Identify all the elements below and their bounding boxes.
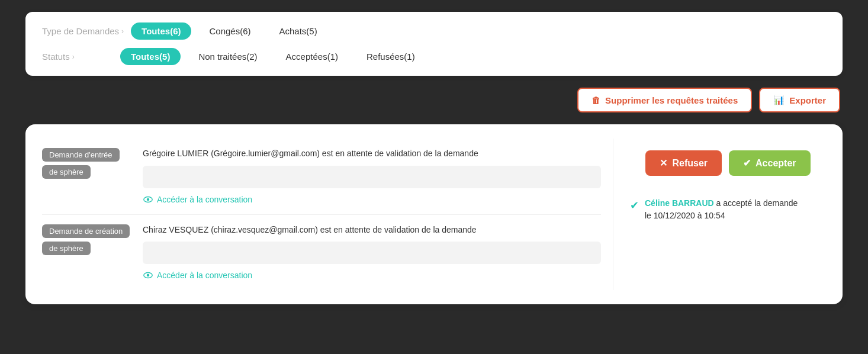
status-chip-toutes[interactable]: Toutes(5): [120, 48, 181, 65]
request-2-input-field: [143, 242, 601, 264]
accept-label: Accepter: [756, 158, 796, 169]
eye-icon-2: [143, 270, 153, 281]
refuse-button[interactable]: ✕ Refuser: [645, 150, 722, 176]
delete-button[interactable]: 🗑 Supprimer les requêtes traitées: [577, 88, 752, 112]
status-filter-label: Statuts ›: [42, 52, 113, 62]
status-label-text: Statuts: [42, 52, 70, 62]
request-item-2: Demande de création de sphère Chiraz VES…: [42, 215, 601, 291]
type-chip-toutes[interactable]: Toutes(6): [131, 22, 191, 40]
request-1-tag-1: Demande d'entrée: [42, 148, 120, 162]
delete-label: Supprimer les requêtes traitées: [605, 95, 738, 105]
refuse-label: Refuser: [672, 158, 708, 169]
request-2-content: Chiraz VESQUEZ (chiraz.vesquez@gmail.com…: [143, 224, 601, 281]
status-chevron-icon: ›: [72, 53, 75, 61]
cards-area: Demande d'entrée de sphère Grégoire LUMI…: [25, 124, 843, 304]
request-2-tag-1: Demande de création: [42, 224, 130, 238]
type-chip-achats[interactable]: Achats(5): [269, 22, 328, 40]
acceptance-notice: ✔ Céline BARRAUD a accepté la demande le…: [630, 191, 826, 228]
action-bar: 🗑 Supprimer les requêtes traitées 📊 Expo…: [25, 88, 843, 112]
request-2-tags: Demande de création de sphère: [42, 224, 131, 255]
request-1-description: Grégoire LUMIER (Grégoire.lumier@gmail.c…: [143, 148, 601, 160]
check-accept-icon: ✔: [743, 157, 751, 169]
request-item-1: Demande d'entrée de sphère Grégoire LUMI…: [42, 139, 601, 215]
filter-panel: Type de Demandes › Toutes(6) Congés(6) A…: [25, 12, 843, 76]
action-buttons-group: ✕ Refuser ✔ Accepter: [630, 139, 826, 182]
status-chip-acceptees[interactable]: Acceptées(1): [275, 48, 349, 65]
x-icon: ✕: [660, 157, 667, 169]
status-chip-refusees[interactable]: Refusées(1): [356, 48, 426, 65]
acceptance-date: le 10/12/2020 à 10:54: [645, 211, 725, 220]
acceptance-text-before: a accepté la demande: [716, 198, 798, 208]
acceptor-name: Céline BARRAUD: [645, 198, 714, 208]
type-label-text: Type de Demandes: [42, 26, 119, 36]
type-filter-row: Type de Demandes › Toutes(6) Congés(6) A…: [42, 22, 826, 40]
request-1-tags: Demande d'entrée de sphère: [42, 148, 131, 179]
request-2-tag-2: de sphère: [42, 242, 91, 255]
export-icon: 📊: [773, 95, 785, 105]
request-1-tag-2: de sphère: [42, 165, 91, 179]
check-icon: ✔: [630, 198, 639, 214]
export-button[interactable]: 📊 Exporter: [759, 88, 840, 112]
type-chip-conges[interactable]: Congés(6): [198, 22, 261, 40]
status-chip-non-traitees[interactable]: Non traitées(2): [188, 48, 268, 65]
svg-point-1: [147, 198, 150, 201]
eye-icon: [143, 194, 153, 205]
request-1-input-field: [143, 166, 601, 188]
export-label: Exporter: [789, 95, 826, 105]
request-1-conversation-link[interactable]: Accéder à la conversation: [143, 194, 601, 205]
request-2-description: Chiraz VESQUEZ (chiraz.vesquez@gmail.com…: [143, 224, 601, 236]
right-panel: ✕ Refuser ✔ Accepter ✔ Céline BARRAUD a …: [613, 139, 826, 290]
request-2-link-label: Accéder à la conversation: [157, 271, 252, 280]
accept-button[interactable]: ✔ Accepter: [729, 150, 810, 176]
status-filter-row: Statuts › Toutes(5) Non traitées(2) Acce…: [42, 48, 826, 65]
requests-list: Demande d'entrée de sphère Grégoire LUMI…: [42, 139, 601, 290]
acceptance-text: Céline BARRAUD a accepté la demande le 1…: [645, 197, 798, 222]
trash-icon: 🗑: [591, 95, 600, 105]
svg-point-3: [147, 274, 150, 277]
type-filter-label: Type de Demandes ›: [42, 26, 124, 36]
type-chevron-icon: ›: [121, 27, 124, 36]
request-1-link-label: Accéder à la conversation: [157, 195, 252, 204]
request-2-conversation-link[interactable]: Accéder à la conversation: [143, 270, 601, 281]
request-1-content: Grégoire LUMIER (Grégoire.lumier@gmail.c…: [143, 148, 601, 205]
